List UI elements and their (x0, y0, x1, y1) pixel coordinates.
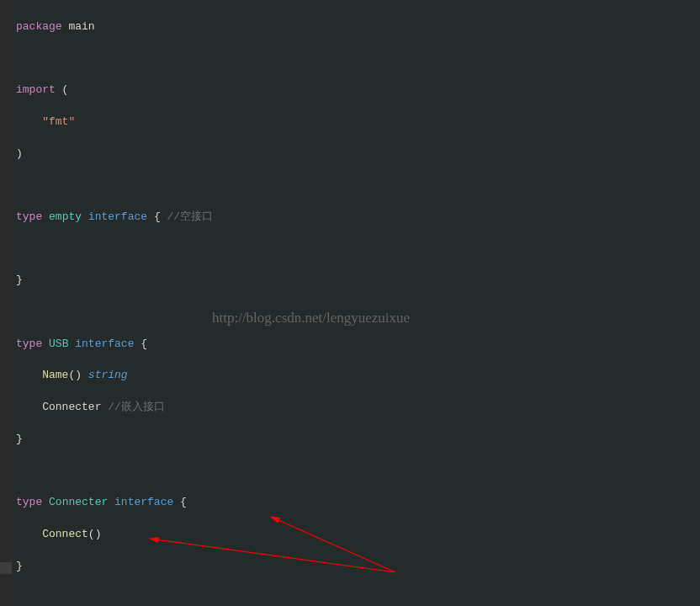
code-line: } (16, 273, 700, 289)
code-line: } (16, 559, 700, 575)
code-line (16, 590, 700, 606)
gutter (0, 0, 13, 606)
code-line: type USB interface { (16, 337, 700, 353)
code-line: Connecter //嵌入接口 (16, 400, 700, 416)
code-line: type empty interface { //空接口 (16, 210, 700, 226)
code-line: import ( (16, 82, 700, 98)
code-area[interactable]: package main import ( "fmt" ) type empty… (16, 3, 700, 606)
code-line: Name() string (16, 368, 700, 384)
code-line: ) (16, 146, 700, 162)
code-line (16, 463, 700, 479)
code-line (16, 178, 700, 194)
gutter-marker (0, 562, 12, 574)
code-line: package main (16, 19, 700, 35)
code-line (16, 51, 700, 67)
code-editor[interactable]: package main import ( "fmt" ) type empty… (0, 0, 700, 606)
code-line: "fmt" (16, 114, 700, 130)
code-line (16, 242, 700, 258)
code-line: type Connecter interface { (16, 495, 700, 511)
code-line: } (16, 432, 700, 448)
code-line: Connect() (16, 527, 700, 543)
code-line (16, 305, 700, 321)
